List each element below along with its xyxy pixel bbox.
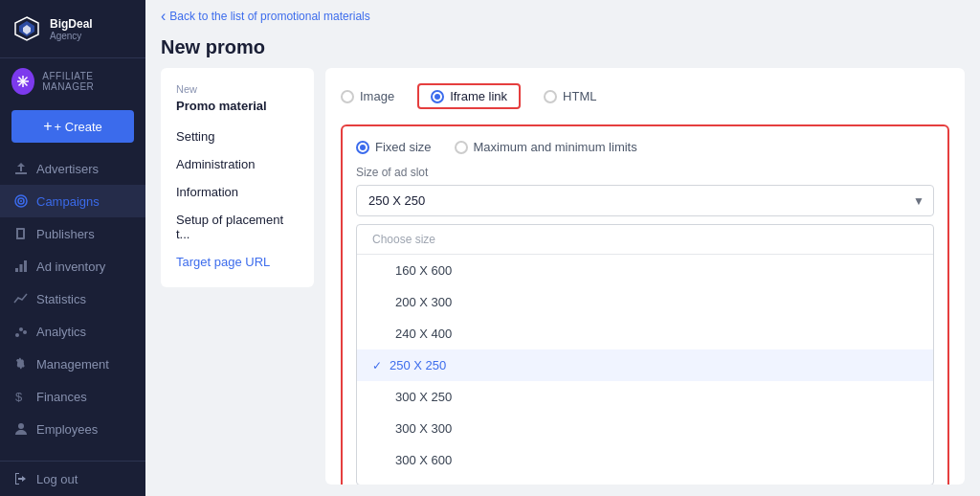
size-value-6: 300 X 600: [395, 453, 452, 467]
page-title: New promo: [161, 36, 265, 58]
size-item-300x250[interactable]: 300 X 250: [357, 381, 933, 413]
radio-image[interactable]: [341, 90, 354, 103]
sidebar-item-management[interactable]: Management: [0, 348, 145, 380]
tab-iframe[interactable]: Iframe link: [417, 83, 521, 109]
role-avatar: [11, 68, 34, 95]
logout-item[interactable]: Log out: [13, 471, 132, 486]
promo-section-title: Promo material: [161, 97, 314, 123]
book-icon: [13, 226, 29, 241]
step-label-setup: Setup of placement t...: [176, 213, 283, 241]
svg-rect-9: [24, 260, 27, 272]
size-value-3: 250 X 250: [390, 358, 446, 372]
sidebar-footer: Log out: [0, 461, 145, 496]
role-section: AFFILIATE MANAGER: [0, 58, 145, 104]
snowflake-icon: [15, 74, 31, 89]
promo-section-new: New: [161, 79, 314, 97]
step-administration[interactable]: Administration: [161, 150, 314, 178]
size-dropdown-list: Choose size 160 X 600 200 X 300 240 X: [356, 224, 934, 485]
logo-icon: [11, 13, 42, 44]
main-content: ‹ Back to the list of promotional materi…: [145, 0, 980, 496]
svg-rect-7: [15, 268, 18, 272]
step-target-page[interactable]: Target page URL: [161, 248, 314, 276]
size-item-300x600[interactable]: 300 X 600: [357, 444, 933, 476]
radio-html[interactable]: [544, 90, 557, 103]
step-label-target: Target page URL: [176, 255, 270, 269]
target-icon: [13, 193, 29, 209]
sidebar: BigDeal Agency AFFILIATE MANAGER + + Cre…: [0, 0, 145, 496]
size-item-250x250[interactable]: ✓ 250 X 250: [357, 349, 933, 381]
promo-type-tabs: Image Iframe link HTML: [341, 83, 949, 109]
sidebar-item-analytics[interactable]: Analytics: [0, 315, 145, 348]
step-label-administration: Administration: [176, 157, 255, 171]
sidebar-item-employees[interactable]: Employees: [0, 413, 145, 445]
nav-label-analytics: Analytics: [36, 325, 86, 339]
radio-max-min[interactable]: [455, 141, 468, 154]
create-button[interactable]: + + Create: [11, 110, 134, 143]
plus-icon: +: [43, 118, 52, 135]
dropdown-scroll-area[interactable]: 160 X 600 200 X 300 240 X 400 ✓ 250: [357, 255, 933, 485]
svg-point-12: [23, 330, 27, 334]
right-panel: Image Iframe link HTML Fixed size: [325, 68, 965, 485]
sidebar-item-statistics[interactable]: Statistics: [0, 282, 145, 315]
role-label: AFFILIATE MANAGER: [42, 71, 134, 92]
nav-label-finances: Finances: [36, 390, 87, 404]
option-max-min[interactable]: Maximum and minimum limits: [455, 140, 637, 154]
left-panel: New Promo material Setting Administratio…: [161, 68, 314, 287]
step-setting[interactable]: Setting: [161, 123, 314, 150]
svg-point-10: [15, 333, 19, 337]
sidebar-item-publishers[interactable]: Publishers: [0, 217, 145, 250]
nav-label-campaigns: Campaigns: [36, 194, 100, 209]
tab-image[interactable]: Image: [341, 89, 394, 103]
nav-label-employees: Employees: [36, 422, 98, 437]
tab-html[interactable]: HTML: [544, 89, 596, 103]
sidebar-item-advertisers[interactable]: Advertisers: [0, 152, 145, 185]
svg-point-14: [18, 423, 24, 429]
max-min-label: Maximum and minimum limits: [474, 140, 637, 154]
back-arrow: ‹: [161, 8, 166, 25]
statistics-icon: [13, 291, 29, 306]
dollar-icon: $: [13, 389, 29, 404]
sidebar-item-finances[interactable]: $ Finances: [0, 380, 145, 413]
option-fixed-size[interactable]: Fixed size: [356, 140, 432, 154]
size-item-200x300[interactable]: 200 X 300: [357, 286, 933, 318]
svg-rect-8: [20, 264, 23, 272]
size-value-2: 240 X 400: [395, 327, 452, 341]
person-icon: [13, 421, 29, 437]
size-select-wrapper: 250 X 250 ▼: [356, 185, 934, 216]
fixed-size-label: Fixed size: [375, 140, 432, 154]
radio-iframe[interactable]: [431, 90, 444, 103]
svg-text:$: $: [15, 390, 23, 404]
back-nav-text: Back to the list of promotional material…: [169, 10, 369, 23]
bar-chart-icon: [13, 259, 29, 274]
nav-label-management: Management: [36, 357, 109, 372]
size-item-300x300[interactable]: 300 X 300: [357, 413, 933, 444]
logo-text: BigDeal Agency: [50, 17, 93, 41]
sidebar-item-campaigns[interactable]: Campaigns: [0, 185, 145, 217]
tab-image-label: Image: [360, 89, 394, 103]
svg-point-11: [19, 327, 23, 331]
tab-html-label: HTML: [563, 89, 596, 103]
analytics-icon: [13, 324, 29, 339]
page-header: New promo: [145, 33, 980, 68]
size-value-4: 300 X 250: [395, 390, 452, 404]
size-value-0: 160 X 600: [395, 263, 452, 278]
size-item-160x600[interactable]: 160 X 600: [357, 255, 933, 286]
step-information[interactable]: Information: [161, 178, 314, 206]
size-value-5: 300 X 300: [395, 421, 452, 436]
step-label-setting: Setting: [176, 129, 214, 144]
size-item-240x400[interactable]: 240 X 400: [357, 318, 933, 349]
step-setup-placement[interactable]: Setup of placement t...: [161, 206, 314, 248]
size-value-1: 200 X 300: [395, 295, 452, 309]
size-item-320x100[interactable]: 320 X 100: [357, 476, 933, 485]
ad-slot-field-label: Size of ad slot: [356, 166, 934, 179]
sidebar-item-ad-inventory[interactable]: Ad inventory: [0, 250, 145, 282]
upload-icon: [13, 161, 29, 176]
checkmark-icon: ✓: [372, 359, 382, 372]
tab-iframe-label: Iframe link: [450, 89, 507, 103]
logout-label: Log out: [36, 472, 78, 486]
size-select[interactable]: 250 X 250: [356, 185, 934, 216]
logout-icon: [13, 471, 29, 486]
back-nav[interactable]: ‹ Back to the list of promotional materi…: [145, 0, 980, 33]
radio-fixed[interactable]: [356, 141, 369, 154]
content-wrapper: New Promo material Setting Administratio…: [145, 68, 980, 496]
